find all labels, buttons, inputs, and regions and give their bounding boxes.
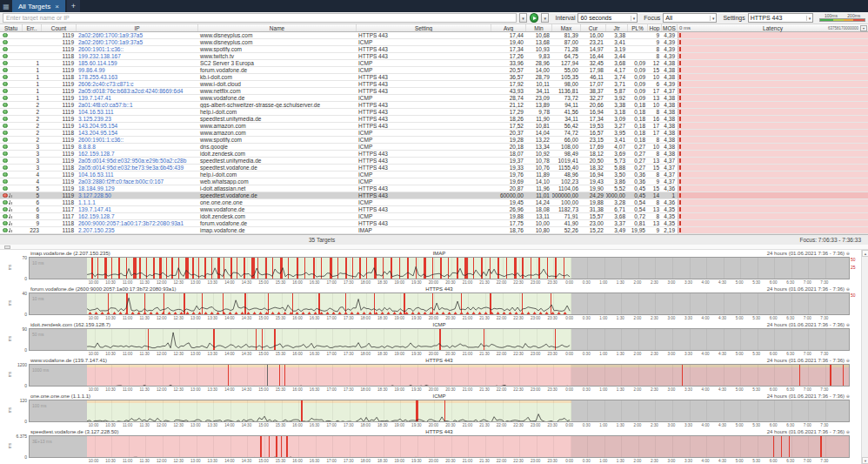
latency-options-dropdown[interactable]: ▾ — [860, 25, 867, 31]
scroll-up-icon[interactable]: ▲ — [862, 250, 868, 257]
column-header-err[interactable]: Err.. — [23, 24, 42, 31]
latency-sparkline[interactable] — [678, 130, 868, 136]
table-row[interactable]: 111192606:2c40:c73:c871:cwww.i-doit.clou… — [0, 81, 868, 88]
column-header-cur[interactable]: Cur — [581, 24, 606, 31]
zoom-period-icon[interactable]: ⊕ — [846, 322, 850, 327]
latency-sparkline[interactable] — [678, 74, 868, 80]
latency-sparkline[interactable] — [678, 137, 868, 143]
column-header-min[interactable]: Min — [526, 24, 552, 31]
column-header-avg[interactable]: Avg — [491, 24, 526, 31]
latency-sparkline[interactable] — [678, 67, 868, 73]
column-header-statu[interactable]: Statu — [0, 24, 23, 31]
latency-sparkline[interactable] — [678, 123, 868, 129]
tab-close-icon[interactable]: × — [55, 3, 59, 10]
zoom-period-icon[interactable]: ⊕ — [846, 393, 850, 399]
zoom-period-icon[interactable]: ⊕ — [846, 358, 850, 363]
table-row[interactable]: 31119162.159.128.7idoit.zendesk.comHTTPS… — [0, 151, 868, 158]
table-row[interactable]: 21118143.204.95.154www.amazon.comICMP20,… — [0, 130, 868, 137]
graphs-scrollbar[interactable]: ▲ ▼ — [861, 250, 868, 464]
column-header-jtr[interactable]: Jtr — [606, 24, 628, 31]
latency-sparkline[interactable] — [678, 46, 868, 52]
table-row[interactable]: 911182600:9000:2057:1a00:17:3b72:2080:93… — [0, 220, 868, 227]
latency-sparkline[interactable] — [678, 39, 868, 45]
table-row[interactable]: 311198.8.8.8dns.googleICMP20,1813,34108,… — [0, 144, 868, 151]
latency-sparkline[interactable] — [678, 185, 868, 192]
latency-sparkline[interactable] — [678, 213, 868, 219]
latency-sparkline[interactable] — [678, 81, 868, 87]
latency-sparkline[interactable] — [678, 144, 868, 150]
column-header-count[interactable]: Count — [42, 24, 77, 31]
table-row[interactable]: 311192a05:d014:95d:e032:950a:e29b:50a2:c… — [0, 158, 868, 165]
tab-all-targets[interactable]: All Targets × — [12, 0, 65, 12]
latency-sparkline[interactable] — [678, 109, 868, 115]
table-row[interactable]: 1111999.86.4.99forum.vodafone.deICMP20,5… — [0, 67, 868, 74]
table-row[interactable]: 11192a02:26f0:1700:1a9:37a5www.disneyplu… — [0, 39, 868, 46]
latency-sparkline[interactable] — [678, 206, 868, 212]
table-row[interactable]: 311182a05:d014:95d:e032:be73:9e3a:6b45:4… — [0, 165, 868, 171]
interval-select[interactable]: 60 seconds▾ — [578, 13, 638, 23]
latency-sparkline[interactable] — [678, 151, 868, 157]
graph-plot[interactable]: 50 ms — [29, 328, 850, 351]
latency-sparkline[interactable] — [678, 95, 868, 101]
latency-sparkline[interactable] — [678, 158, 868, 164]
table-row[interactable]: 21119143.204.95.154www.amazon.comHTTPS 4… — [0, 123, 868, 130]
table-row[interactable]: 211193.125.239.23speedtest.unitymedia.de… — [0, 116, 868, 123]
latency-sparkline[interactable] — [678, 60, 868, 66]
column-header-max[interactable]: Max — [552, 24, 581, 31]
latency-sparkline[interactable] — [678, 102, 868, 108]
table-row[interactable]: 211192600:1901:1:c36::www.spotify.comICM… — [0, 137, 868, 144]
new-tab-button[interactable]: + — [67, 0, 80, 12]
table-row[interactable]: 511193.127.228.50speedtest.vodafone.deHT… — [0, 192, 868, 199]
latency-sparkline[interactable] — [678, 116, 868, 122]
table-row[interactable]: 21119104.16.53.111help.i-doit.comHTTPS 4… — [0, 109, 868, 116]
latency-sparkline[interactable] — [678, 165, 868, 171]
play-options-dropdown-icon[interactable]: ▾ — [541, 13, 550, 23]
settings-select[interactable]: HTTPS 443▾ — [748, 13, 814, 23]
scroll-down-icon[interactable]: ▼ — [862, 457, 868, 464]
table-row[interactable]: 111192a05:d018:76c:b683:a2cd:4240:8669:6… — [0, 88, 868, 95]
graph-plot[interactable]: 10 ms — [29, 293, 850, 315]
target-dropdown-icon[interactable]: ▾ — [519, 13, 528, 23]
splitter-grip-icon[interactable] — [4, 245, 10, 249]
column-header-latency[interactable]: 0 msLatency63758170000000▾ — [678, 24, 868, 31]
table-row[interactable]: 11192a02:26f0:1700:1a9:37a5www.disneyplu… — [0, 32, 868, 39]
table-row[interactable]: 81117162.159.128.7idoit.zendesk.comICMP1… — [0, 213, 868, 220]
latency-sparkline[interactable] — [678, 199, 868, 205]
table-row[interactable]: 61117139.7.147.41www.vodafone.deHTTPS 44… — [0, 206, 868, 213]
latency-sparkline[interactable] — [678, 171, 868, 178]
graph-plot[interactable]: 1000 ms — [29, 364, 850, 387]
table-row[interactable]: 11118178.255.43.163kb.i-doit.comHTTPS 44… — [0, 74, 868, 81]
column-header-ip[interactable]: IP — [77, 24, 198, 31]
column-header-hop[interactable]: Hop — [648, 24, 662, 31]
column-header-name[interactable]: Name — [198, 24, 357, 31]
table-row[interactable]: 22311182.207.150.235imap.vodafone.deIMAP… — [0, 227, 868, 234]
table-row[interactable]: 11119185.60.114.159SC2 Server 3 EuropaIC… — [0, 60, 868, 67]
zoom-period-icon[interactable]: ⊕ — [846, 251, 850, 256]
table-row[interactable]: 611181.1.1.1one.one.one.oneICMP19,4514,2… — [0, 199, 868, 206]
search-input[interactable] — [3, 13, 517, 23]
table-row[interactable]: 11119139.7.147.41www.vodafone.deICMP28,7… — [0, 95, 868, 102]
column-header-mos[interactable]: MOS — [662, 24, 678, 31]
graph-plot[interactable]: 3E+13 ms — [29, 435, 850, 458]
column-header-pl%[interactable]: PL% — [628, 24, 648, 31]
graph-plot[interactable]: 100 ms — [29, 400, 850, 422]
zoom-period-icon[interactable]: ⊕ — [846, 286, 850, 292]
table-row[interactable]: 411192a03:2880:f2ff:c0:face:b00c:0:167we… — [0, 178, 868, 185]
latency-sparkline[interactable] — [678, 53, 868, 59]
latency-sparkline[interactable] — [678, 192, 868, 198]
table-row[interactable]: 5111918.184.99.129i-doit.atlassian.netHT… — [0, 185, 868, 192]
column-header-setting[interactable]: Setting — [357, 24, 491, 31]
table-row[interactable]: 211192a01:4f8:c0:ca57:b::1ggs-albert-sch… — [0, 102, 868, 109]
latency-sparkline[interactable] — [678, 178, 868, 185]
table-row[interactable]: 1118199.232.138.167www.twitch.tvHTTPS 44… — [0, 53, 868, 60]
focus-select[interactable]: All▾ — [663, 13, 717, 23]
graph-plot[interactable]: 10 ms — [29, 257, 850, 279]
play-button[interactable] — [530, 13, 538, 23]
latency-sparkline[interactable] — [678, 32, 868, 38]
table-row[interactable]: 41119104.16.53.111help.i-doit.comICMP19,… — [0, 171, 868, 178]
latency-sparkline[interactable] — [678, 88, 868, 94]
latency-sparkline[interactable] — [678, 220, 868, 226]
zoom-period-icon[interactable]: ⊕ — [846, 429, 850, 434]
table-row[interactable]: 11192600:1901:1:c36::www.spotify.comHTTP… — [0, 46, 868, 53]
latency-sparkline[interactable] — [678, 227, 868, 233]
